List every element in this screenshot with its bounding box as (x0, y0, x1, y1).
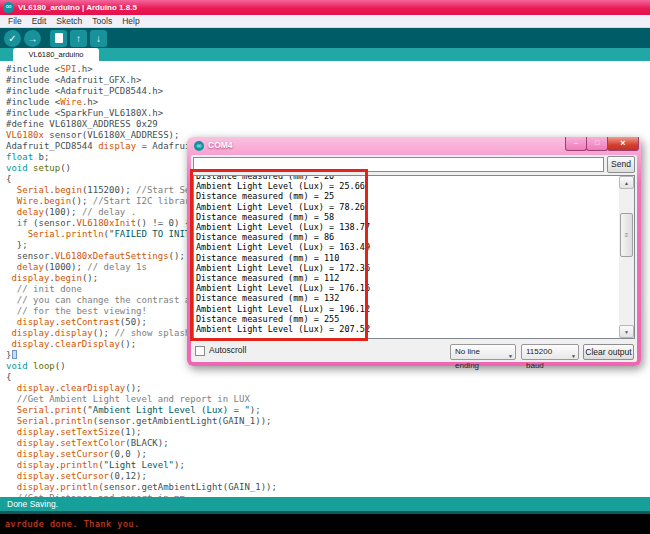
console-output[interactable]: avrdude done. Thank you. (0, 514, 650, 534)
serial-arduino-icon: ∞ (194, 141, 204, 151)
code-line: #include <Adafruit_GFX.h> (6, 75, 650, 86)
code-line: #include <Adafruit_PCD8544.h> (6, 86, 650, 97)
menu-file[interactable]: File (3, 16, 27, 26)
menu-sketch[interactable]: Sketch (51, 16, 87, 26)
window-title: VL6180_arduino | Arduino 1.8.5 (18, 0, 137, 15)
code-line: #define VL6180X_ADDRESS 0x29 (6, 119, 650, 130)
tab-strip: VL6180_arduino (0, 48, 650, 61)
line-ending-dropdown[interactable]: No line ending ▼ (450, 344, 516, 360)
code-line: display.setCursor(0,0 ); (6, 449, 650, 460)
arduino-logo-icon: ∞ (3, 2, 14, 13)
autoscroll-checkbox[interactable] (195, 346, 205, 356)
code-line: display.println(sensor.getAmbientLight(G… (6, 482, 650, 493)
open-icon: ↑ (76, 33, 81, 44)
menu-edit[interactable]: Edit (27, 16, 52, 26)
chevron-down-icon: ▼ (508, 349, 513, 363)
console-text: avrdude done. Thank you. (5, 519, 140, 529)
upload-icon: → (28, 33, 38, 44)
scroll-down-icon[interactable]: ▼ (619, 325, 634, 338)
save-icon: ↓ (96, 33, 101, 44)
code-line: #include <SPI.h> (6, 64, 650, 75)
close-button[interactable]: × (607, 137, 639, 151)
new-sketch-button[interactable] (50, 30, 67, 47)
verify-icon: ✓ (8, 33, 16, 44)
ide-titlebar[interactable]: ∞ VL6180_arduino | Arduino 1.8.5 (0, 0, 650, 15)
maximize-icon: □ (595, 139, 599, 146)
send-button[interactable]: Send (607, 156, 635, 173)
save-button[interactable]: ↓ (90, 30, 107, 47)
new-sketch-icon (55, 33, 63, 43)
status-message: Done Saving. (7, 499, 58, 509)
tab-vl6180-arduino[interactable]: VL6180_arduino (13, 48, 99, 61)
minimize-icon: – (574, 138, 578, 147)
toolbar: ✓ → ↑ ↓ (0, 28, 650, 48)
scroll-up-icon[interactable]: ▲ (619, 176, 634, 189)
clear-output-button[interactable]: Clear output (583, 344, 634, 360)
menubar: FileEditSketchToolsHelp (0, 15, 650, 28)
baud-rate-dropdown[interactable]: 115200 baud ▼ (521, 344, 579, 360)
code-line: { (6, 372, 650, 383)
serial-bottom-bar: Autoscroll No line ending ▼ 115200 baud … (191, 342, 637, 362)
menu-tools[interactable]: Tools (87, 16, 117, 26)
code-line: Serial.print("Ambient Light Level (Lux) … (6, 405, 650, 416)
verify-button[interactable]: ✓ (4, 30, 21, 47)
screen: ∞ VL6180_arduino | Arduino 1.8.5 FileEdi… (0, 0, 650, 534)
status-bar: Done Saving. (0, 497, 650, 514)
menu-help[interactable]: Help (117, 16, 144, 26)
code-line: display.setCursor(0,12); (6, 471, 650, 482)
maximize-button[interactable]: □ (586, 137, 608, 151)
code-line: Serial.println(sensor.getAmbientLight(GA… (6, 416, 650, 427)
code-line: #include <Wire.h> (6, 97, 650, 108)
open-button[interactable]: ↑ (70, 30, 87, 47)
code-line: display.clearDisplay(); (6, 383, 650, 394)
minimize-button[interactable]: – (565, 137, 587, 151)
code-line: display.setTextSize(1); (6, 427, 650, 438)
annotation-rectangle (190, 169, 368, 341)
code-line: //Get Ambient Light level and report in … (6, 394, 650, 405)
chevron-down-icon: ▼ (571, 349, 576, 363)
serial-window-title: COM4 (208, 140, 233, 150)
upload-button[interactable]: → (24, 30, 41, 47)
close-icon: × (620, 138, 625, 148)
scrollbar-thumb[interactable]: ≡ (620, 213, 633, 257)
code-line: #include <SparkFun_VL6180X.h> (6, 108, 650, 119)
serial-scrollbar[interactable]: ▲ ≡ ▼ (619, 176, 634, 338)
code-line: display.println("Light Level"); (6, 460, 650, 471)
code-line: display.setTextColor(BLACK); (6, 438, 650, 449)
autoscroll-label: Autoscroll (209, 345, 246, 355)
